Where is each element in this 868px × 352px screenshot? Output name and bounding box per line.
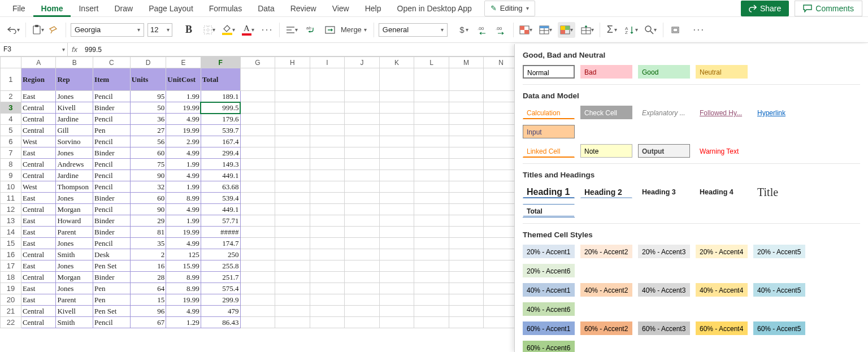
cell[interactable]: Pen xyxy=(93,283,131,294)
cell[interactable]: Binder xyxy=(93,227,131,238)
row-header-21[interactable]: 21 xyxy=(1,306,21,317)
cell[interactable] xyxy=(240,272,275,283)
cell[interactable] xyxy=(484,227,519,238)
cell[interactable] xyxy=(240,193,275,204)
addins-button[interactable] xyxy=(668,22,683,38)
cell[interactable] xyxy=(275,159,310,170)
cell[interactable]: Binder xyxy=(93,193,131,204)
cell[interactable]: Jones xyxy=(56,147,93,159)
cell[interactable] xyxy=(484,294,519,306)
cell[interactable]: 255.8 xyxy=(201,260,240,272)
cell[interactable] xyxy=(414,181,449,193)
cell[interactable] xyxy=(379,249,414,260)
style-swatch[interactable]: Bad xyxy=(580,65,632,79)
cell[interactable]: East xyxy=(21,227,56,238)
cell[interactable]: 8.99 xyxy=(166,283,201,294)
cell[interactable]: Pencil xyxy=(93,114,131,125)
cell[interactable]: 15.99 xyxy=(166,260,201,272)
style-accent[interactable]: 20% - Accent5 xyxy=(753,245,805,258)
cell[interactable] xyxy=(275,238,310,249)
cell[interactable]: Jones xyxy=(56,260,93,272)
cell[interactable] xyxy=(275,170,310,181)
cell[interactable]: Binder xyxy=(93,147,131,159)
cell[interactable] xyxy=(345,204,380,215)
cell[interactable] xyxy=(345,272,380,283)
cell[interactable]: Jardine xyxy=(56,170,93,181)
cell[interactable]: Desk xyxy=(93,249,131,260)
cell[interactable] xyxy=(240,125,275,136)
row-header-18[interactable]: 18 xyxy=(1,272,21,283)
format-table-button[interactable]: ▾ xyxy=(538,22,553,38)
cell[interactable] xyxy=(414,193,449,204)
format-painter[interactable] xyxy=(46,22,61,38)
cell[interactable] xyxy=(240,238,275,249)
tab-data[interactable]: Data xyxy=(250,0,283,17)
cell[interactable] xyxy=(379,306,414,317)
cell[interactable] xyxy=(345,159,380,170)
cell[interactable]: Central xyxy=(21,114,56,125)
cell[interactable]: 449.1 xyxy=(201,204,240,215)
cell[interactable] xyxy=(414,306,449,317)
cell[interactable] xyxy=(449,136,484,147)
style-accent[interactable]: 40% - Accent6 xyxy=(523,302,575,316)
cell[interactable]: West xyxy=(21,181,56,193)
cell[interactable]: 189.1 xyxy=(201,91,240,102)
cell[interactable]: 19.99 xyxy=(166,102,201,114)
cell[interactable] xyxy=(379,272,414,283)
cell[interactable]: 16 xyxy=(130,260,166,272)
cell[interactable]: 19.99 xyxy=(166,125,201,136)
col-header-N[interactable]: N xyxy=(484,57,519,68)
style-accent[interactable]: 60% - Accent3 xyxy=(638,321,690,335)
cell[interactable]: 4.99 xyxy=(166,204,201,215)
cell[interactable] xyxy=(414,170,449,181)
cell[interactable] xyxy=(240,249,275,260)
cell[interactable] xyxy=(240,294,275,306)
cell[interactable]: Pencil xyxy=(93,136,131,147)
tab-home[interactable]: Home xyxy=(33,0,71,17)
style-heading[interactable]: Heading 3 xyxy=(638,185,690,198)
style-accent[interactable]: 60% - Accent4 xyxy=(696,321,748,335)
cell[interactable] xyxy=(379,204,414,215)
decrease-decimal[interactable]: .00 xyxy=(476,22,491,38)
cell[interactable]: 75 xyxy=(130,159,166,170)
cell[interactable] xyxy=(449,170,484,181)
cell[interactable] xyxy=(414,125,449,136)
share-button[interactable]: Share xyxy=(741,1,789,16)
cell[interactable]: 539.4 xyxy=(201,193,240,204)
style-accent[interactable]: 40% - Accent2 xyxy=(580,283,632,297)
undo-button[interactable]: ▾ xyxy=(6,22,21,38)
cell[interactable]: East xyxy=(21,91,56,102)
cell[interactable] xyxy=(240,181,275,193)
cell[interactable] xyxy=(484,193,519,204)
editing-mode-button[interactable]: ✎Editing▾ xyxy=(484,1,535,16)
cell[interactable] xyxy=(449,159,484,170)
cell[interactable] xyxy=(379,215,414,227)
cell[interactable] xyxy=(484,283,519,294)
col-header-J[interactable]: J xyxy=(345,57,380,68)
merge-button[interactable]: Merge▾ xyxy=(338,25,369,34)
row-header-3[interactable]: 3 xyxy=(1,102,21,114)
cell[interactable]: UnitCost xyxy=(166,68,201,91)
sort-filter-button[interactable]: AZ▾ xyxy=(624,22,639,38)
cell[interactable] xyxy=(345,181,380,193)
cell[interactable]: 449.1 xyxy=(201,170,240,181)
cell[interactable] xyxy=(449,260,484,272)
cell[interactable] xyxy=(310,170,345,181)
cell[interactable] xyxy=(414,272,449,283)
cell[interactable] xyxy=(414,114,449,125)
cell[interactable]: East xyxy=(21,215,56,227)
cell[interactable] xyxy=(345,215,380,227)
cell[interactable]: 60 xyxy=(130,193,166,204)
cell[interactable]: 1.29 xyxy=(166,317,201,328)
col-header-C[interactable]: C xyxy=(93,57,131,68)
cell[interactable] xyxy=(310,306,345,317)
cell[interactable]: 1.99 xyxy=(166,159,201,170)
cell[interactable] xyxy=(414,283,449,294)
cell[interactable] xyxy=(379,181,414,193)
cell[interactable] xyxy=(275,204,310,215)
cell[interactable]: 86.43 xyxy=(201,317,240,328)
cell[interactable] xyxy=(414,227,449,238)
cell[interactable] xyxy=(345,283,380,294)
cell[interactable] xyxy=(449,68,484,91)
cell[interactable]: 56 xyxy=(130,136,166,147)
